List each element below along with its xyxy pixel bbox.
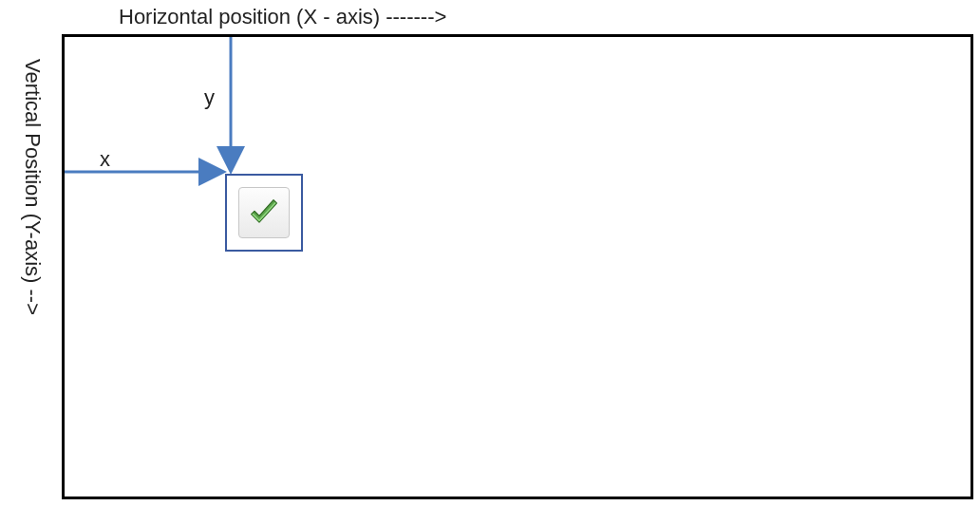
x-dimension-label: x [100,147,110,172]
checkmark-icon [245,194,283,232]
checkmark-button[interactable] [225,174,303,252]
checkmark-button-inner [238,187,290,238]
x-axis-label: Horizontal position (X - axis) -------> [119,5,446,29]
y-axis-label: Vertical Position (Y-axis) --> [24,59,45,448]
coordinate-canvas [62,34,973,499]
y-dimension-label: y [204,85,215,110]
diagram-stage: Horizontal position (X - axis) -------> … [0,0,980,506]
